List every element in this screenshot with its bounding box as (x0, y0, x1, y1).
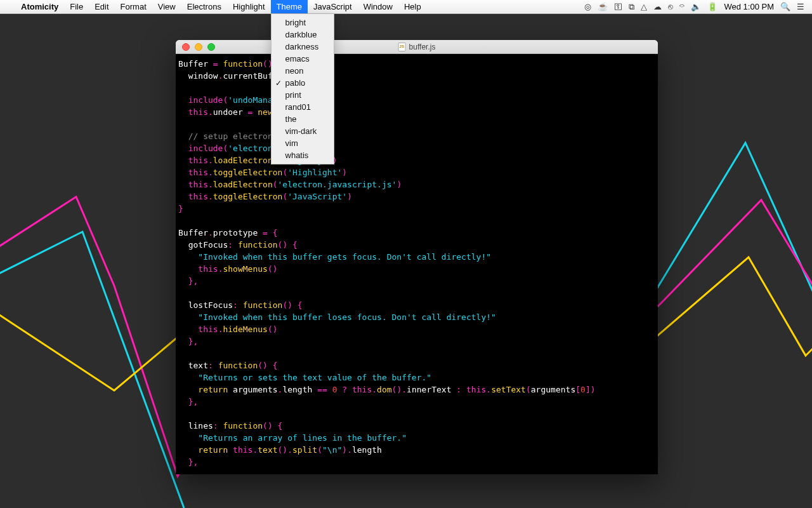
theme-option-print[interactable]: print (272, 89, 334, 101)
menu-theme[interactable]: Theme (271, 0, 308, 13)
status-dropbox-icon[interactable]: ⧉ (629, 2, 634, 12)
notification-center-icon[interactable]: ☰ (797, 2, 804, 11)
status-volume-icon[interactable]: 🔈 (691, 2, 701, 11)
theme-option-pablo[interactable]: ✓pablo (272, 77, 334, 89)
status-drive-icon[interactable]: △ (641, 2, 647, 11)
status-key-icon[interactable]: ⚿ (614, 2, 622, 11)
theme-option-label: the (285, 114, 297, 124)
menubar-clock[interactable]: Wed 1:00 PM (724, 2, 774, 11)
theme-option-rand01[interactable]: rand01 (272, 101, 334, 113)
theme-option-emacs[interactable]: emacs (272, 53, 334, 65)
status-siri-icon[interactable]: ◎ (584, 2, 591, 11)
system-menubar: Atomicity File Edit Format View Electron… (0, 0, 812, 14)
menu-format[interactable]: Format (115, 0, 152, 13)
menu-javascript[interactable]: JavaScript (308, 0, 358, 13)
menu-file[interactable]: File (64, 0, 89, 13)
theme-option-label: vim-dark (285, 126, 317, 136)
theme-option-vim[interactable]: vim (272, 137, 334, 149)
zoom-button[interactable] (207, 43, 215, 51)
file-icon (398, 43, 406, 51)
status-bluetooth-icon[interactable]: ⎋ (668, 2, 673, 11)
window-title: buffer.js (409, 43, 436, 51)
theme-option-whatis[interactable]: whatis (272, 149, 334, 161)
app-menu[interactable]: Atomicity (15, 0, 64, 13)
theme-option-the[interactable]: the (272, 113, 334, 125)
menu-window[interactable]: Window (358, 0, 398, 13)
theme-option-bright[interactable]: bright (272, 17, 334, 29)
theme-option-neon[interactable]: neon (272, 65, 334, 77)
check-icon: ✓ (275, 79, 282, 88)
editor-window: buffer.js Buffer = function() { window.c… (176, 40, 658, 474)
menu-edit[interactable]: Edit (89, 0, 114, 13)
theme-option-vim-dark[interactable]: vim-dark (272, 125, 334, 137)
status-cloud-icon[interactable]: ☁ (653, 2, 662, 11)
close-button[interactable] (182, 43, 190, 51)
minimize-button[interactable] (195, 43, 202, 51)
theme-option-label: pablo (285, 78, 306, 88)
theme-option-label: darkblue (285, 30, 317, 39)
code-editor[interactable]: Buffer = function() { window.currentBuff… (176, 54, 658, 474)
status-wifi-icon[interactable]: ⌔ (679, 2, 684, 11)
status-battery-icon[interactable]: 🔋 (707, 2, 717, 11)
status-caffeine-icon[interactable]: ☕ (598, 2, 608, 11)
theme-dropdown: brightdarkbluedarknessemacsneon✓pablopri… (271, 14, 334, 164)
theme-option-label: vim (285, 138, 298, 148)
theme-option-label: bright (285, 18, 306, 27)
theme-option-darkblue[interactable]: darkblue (272, 29, 334, 41)
menu-highlight[interactable]: Highlight (227, 0, 271, 13)
menu-view[interactable]: View (152, 0, 181, 13)
theme-option-label: neon (285, 66, 304, 76)
theme-option-darkness[interactable]: darkness (272, 41, 334, 53)
theme-option-label: emacs (285, 54, 310, 64)
menu-help[interactable]: Help (398, 0, 427, 13)
theme-option-label: whatis (285, 150, 309, 160)
theme-option-label: print (285, 90, 301, 100)
window-titlebar[interactable]: buffer.js (176, 40, 658, 54)
spotlight-icon[interactable]: 🔍 (780, 2, 790, 11)
theme-option-label: rand01 (285, 102, 311, 112)
theme-option-label: darkness (285, 42, 319, 51)
menu-electrons[interactable]: Electrons (181, 0, 227, 13)
